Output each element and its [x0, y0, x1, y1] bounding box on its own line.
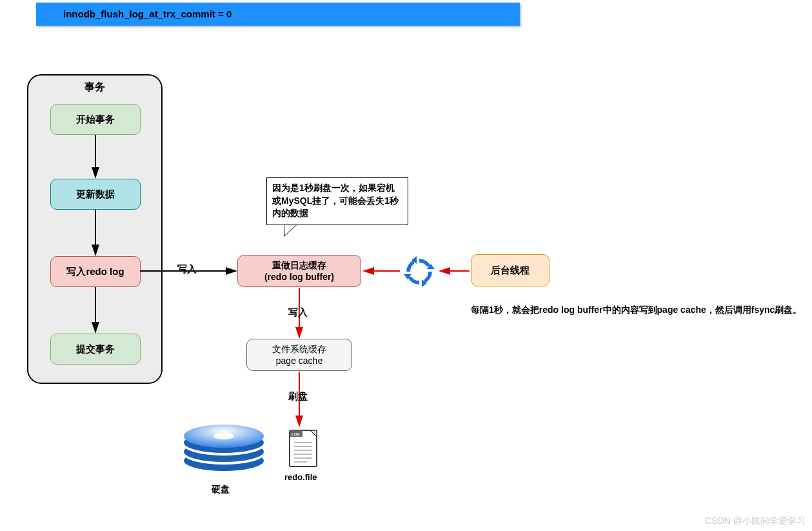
label-write-to-pagecache: 写入 [288, 306, 308, 319]
diagram-connectors [0, 0, 812, 531]
label-flush-disk: 刷盘 [288, 390, 308, 403]
watermark: CSDN @小陈同学爱学习 [705, 516, 806, 527]
label-write-to-buffer: 写入 [177, 263, 197, 276]
